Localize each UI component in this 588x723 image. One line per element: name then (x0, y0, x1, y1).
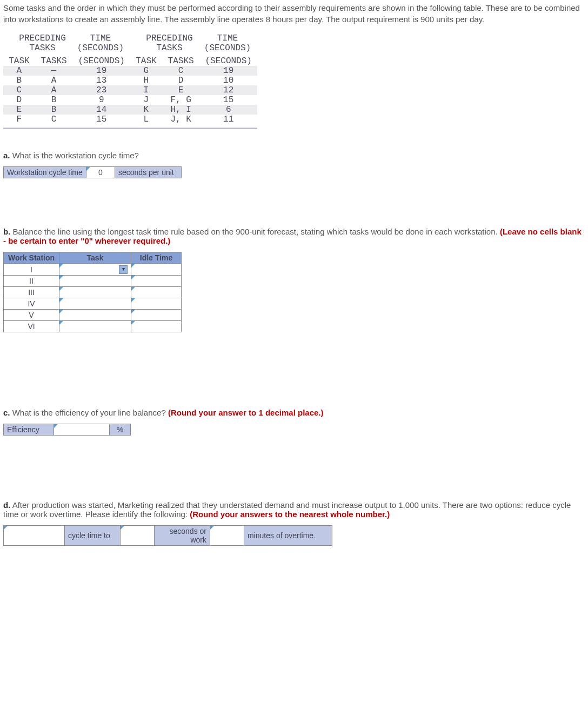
c-unit-cell: % (110, 424, 131, 436)
b-row-2: II (4, 276, 59, 287)
b-task-5[interactable] (59, 310, 131, 321)
dropdown-icon[interactable]: ▾ (119, 265, 128, 274)
answer-a-table: Workstation cycle time 0 seconds per uni… (3, 166, 182, 178)
question-a: a. What is the workstation cycle time? (3, 151, 585, 160)
b-idle-2[interactable] (131, 276, 182, 287)
b-row-5: V (4, 310, 59, 321)
b-idle-6[interactable] (131, 321, 182, 332)
b-task-3[interactable] (59, 287, 131, 298)
b-task-6[interactable] (59, 321, 131, 332)
b-h2: Task (59, 252, 131, 264)
answer-d-table: cycle time to seconds or work minutes of… (3, 525, 332, 546)
b-task-4[interactable] (59, 298, 131, 310)
a-value-input[interactable]: 0 (86, 167, 115, 178)
d-input-1[interactable] (4, 526, 65, 546)
b-idle-3[interactable] (131, 287, 182, 298)
b-idle-4[interactable] (131, 298, 182, 310)
d-input-3[interactable] (210, 526, 244, 546)
a-label-cell: Workstation cycle time (4, 167, 86, 178)
c-value-input[interactable] (54, 424, 110, 436)
question-c: c. What is the efficiency of your line b… (3, 408, 585, 417)
d-label-1: cycle time to (65, 526, 121, 546)
d-input-2[interactable] (121, 526, 155, 546)
b-h3: Idle Time (131, 252, 182, 264)
b-row-3: III (4, 287, 59, 298)
c-label-cell: Efficiency (4, 424, 54, 436)
intro-text: Some tasks and the order in which they m… (3, 2, 585, 25)
answer-b-table: Work Station Task Idle Time I ▾ II III I… (3, 252, 182, 332)
tasks-table: PRECEDING TASKS TIME (SECONDS) PRECEDING… (3, 34, 257, 129)
b-idle-1[interactable] (131, 264, 182, 276)
b-idle-5[interactable] (131, 310, 182, 321)
d-label-2: seconds or work (155, 526, 210, 546)
b-task-2[interactable] (59, 276, 131, 287)
b-h1: Work Station (4, 252, 59, 264)
b-task-1[interactable]: ▾ (59, 264, 131, 276)
b-row-4: IV (4, 298, 59, 310)
d-label-3: minutes of overtime. (244, 526, 332, 546)
answer-c-table: Efficiency % (3, 424, 131, 436)
question-d: d. After production was started, Marketi… (3, 500, 585, 519)
b-row-6: VI (4, 321, 59, 332)
question-b: b. Balance the line using the longest ta… (3, 227, 585, 245)
a-unit-cell: seconds per unit (115, 167, 182, 178)
b-row-1: I (4, 264, 59, 276)
